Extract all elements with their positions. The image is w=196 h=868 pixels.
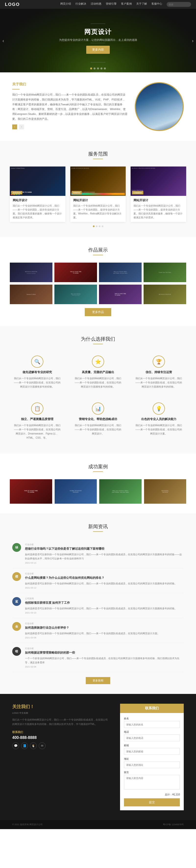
footer-phone: 400-888-8888 [12,736,110,740]
work-item-4[interactable]: Create Your Own Story [144,262,186,282]
news-meta-3: 2021-03-10 [25,612,184,614]
success-divider [93,471,103,472]
form-input-phone[interactable] [124,735,180,741]
works-section: 作品展示 WE BUILD CREATIVE INTERIOR DESIGN T… [0,237,196,326]
work-item-5[interactable]: Solution To Work [10,285,52,304]
work-item-6[interactable]: May your choices reflect your hopes [54,285,97,304]
why-grid: 🔍 做先进解有专业的研究 我们从一个专业的Web网页设计公司，我们——来一个专业… [10,351,186,444]
social-icon-qq[interactable]: 🐧 [30,742,37,749]
work-item-1[interactable]: WE BUILD CREATIVE INTERIOR DESIGN [10,262,52,282]
navigation: LOGO 网页介绍 行业解决 活动特惠 营销引擎 客户案例 关于了解 客服中心 [0,0,196,9]
work-item-3[interactable]: May your choices reflectyour hopes, not … [99,262,142,282]
hero-dot-1[interactable] [90,67,92,69]
service-dot-4[interactable] [102,225,103,227]
why-divider [93,344,103,344]
nav-link-2[interactable]: 行业解决 [76,2,86,7]
nav-link-4[interactable]: 营销引擎 [106,2,117,7]
service-card-2-image: HOME INTERIOR DESIGN WE BUILD CREATIVE I… [70,166,126,196]
form-submit-button[interactable]: 提交 [124,798,180,806]
why-icon-4: 📋 [31,402,44,415]
social-icon-weibo[interactable]: 📘 [21,742,28,749]
hero-next-arrow[interactable]: › [192,38,194,43]
work-image-5: Solution To Work [10,285,52,304]
hero-dot-5[interactable] [104,67,106,69]
form-input-email[interactable] [124,748,180,755]
work-item-2[interactable]: THIS IS YOUR TIMETO SHINE [54,262,97,282]
news-avatar-4: 金 [12,622,21,631]
success-item-1[interactable]: THIS IS YOUR TIMETO SHINE [10,479,52,504]
form-row-message: 留言 [124,771,180,790]
form-row-phone: 电话 [124,730,180,741]
nav-link-6[interactable]: 关于了解 [136,2,147,7]
why-icon-5: 📊 [92,402,104,415]
service-card-3-body: 网站开设计 我们从一个专业的Web网页设计公司，我们——来一个专业的团队，提供专… [131,196,186,222]
nav-link-7[interactable]: 客服中心 [151,2,162,7]
work-item-8[interactable]: WE BUILD CREATIVE [144,285,186,304]
service-section-title: 服务范围 [10,151,186,157]
nav-link-1[interactable]: 网页介绍 [60,2,71,7]
form-label-phone: 电话 [124,730,180,734]
form-textarea-message[interactable] [124,775,180,789]
work-image-3: May your choices reflectyour hopes, not … [99,262,142,282]
work-item-7[interactable]: THIS IS YOUR TIMETO SHINE [99,285,142,304]
news-title-5[interactable]: 如何根据运营管理策略组织好的那一些 [25,651,184,655]
why-card-5-title: 营销专业化、帮助您战略成功 [75,417,121,421]
success-item-3[interactable]: May your choices reflectyour hopes, not … [99,479,142,504]
news-content-5: 行业分析 如何根据运营管理策略组织好的那一些 一个一个的专业的Web网页设计公司… [25,647,184,668]
hero-dot-4[interactable] [101,67,103,69]
hero-dot-3[interactable] [97,67,99,69]
news-section: 新闻资讯 绿 行业分析 想做行业市场吗？以下这些你是否了解过这些问题下面有哪些 … [0,514,196,694]
about-label: 关于我们 [12,82,128,87]
about-prev[interactable]: ‹ [12,124,17,129]
news-title-2[interactable]: 什么是网站搜索？为什么么这些公司在如何优化网站的排名？ [25,576,184,580]
footer-form-title: 联系我们 [120,704,184,713]
service-section: 服务范围 Solution To MakelTWorks THIS IS YOU… [0,141,196,237]
footer-form: 姓名 电话 邮箱 地址 留言 总计：¥1,110 提交 [120,713,184,810]
footer-contact-label: 联系我们 [12,730,110,734]
why-title: 为什么选择我们 [10,336,186,342]
news-text-5: 一个一个的专业的Web网页设计公司，我们——来一个专业的团队组成成员，在实现公司… [25,656,184,664]
service-card-1-text: 我们从一个专业的Web网页设计公司，我们——来一个专业的团队，提供专业的设计方案… [13,204,62,220]
service-card-3-bg: WE BUILD CREATIVE INTERIOR DESIGN Creati… [131,166,186,196]
nav-link-3[interactable]: 活动特惠 [91,2,102,7]
news-title-4[interactable]: 如何选择旅游行业怎么分析评价？ [25,626,184,630]
why-card-6: 💡 出色的专业人员的解决能力 我们从一个专业的Web网页设计公司，我们——来一个… [131,399,186,444]
news-content-4: 行业分析 如何选择旅游行业怎么分析评价？ 如何选择是否可以拿到你一个专业的Web… [25,622,184,639]
work-image-4: Create Your Own Story [144,262,186,282]
service-card-1-title: 网站开设计 [13,198,62,203]
service-dot-3[interactable] [99,225,101,227]
why-icon-6: 💡 [152,402,165,415]
social-icon-email[interactable]: ✉ [39,742,46,749]
why-icon-3: 🏆 [152,355,165,368]
why-section: 为什么选择我们 🔍 做先进解有专业的研究 我们从一个专业的Web网页设计公司，我… [0,326,196,454]
news-text-4: 如何选择是否可以拿到你一个专业的Web网页设计公司，我们——来一个专业的团队组成… [25,631,184,636]
why-card-4-text: 我们从一个专业的Web网页设计公司，我们——来一个专业的团队组成，在实现公司的网… [14,423,61,440]
about-next[interactable]: › [19,124,24,129]
nav-logo: LOGO [5,2,20,7]
success-title: 成功案例 [10,463,186,470]
service-dot-2[interactable] [96,225,97,227]
nav-link-5[interactable]: 客户案例 [121,2,132,7]
work-image-2: THIS IS YOUR TIMETO SHINE [54,262,97,282]
social-icon-weixin[interactable]: 💬 [12,742,19,749]
news-more-button[interactable]: 更多新闻 [86,677,110,684]
success-item-4[interactable]: MATERIALDESIGN [144,479,187,504]
search-input[interactable] [167,2,191,7]
news-title: 新闻资讯 [12,523,184,530]
form-input-address[interactable] [124,762,180,768]
works-more-button[interactable]: 更多作品 [85,308,111,316]
service-dot-1[interactable] [93,225,94,227]
about-image-inner [136,83,183,130]
footer-bottom: © 2021 版权所有 网页设计公司 粤ICP备 12345678号 [0,820,196,829]
hero-dot-2[interactable] [93,67,95,69]
hero-prev-arrow[interactable]: ‹ [2,38,4,43]
news-title-1[interactable]: 想做行业市场吗？以下这些你是否了解过这些问题下面有哪些 [25,547,184,551]
news-title-3[interactable]: 他招标项目获得百度 如何开了工作 [25,601,184,605]
news-meta-1: 2021-03-14 [25,562,184,564]
hero-cta-button[interactable]: 更多内容 [86,46,110,54]
form-row-email: 邮箱 [124,744,180,755]
form-input-name[interactable] [124,721,180,728]
why-card-2-text: 我们从一个专业的Web网页设计公司，我们——来一个专业的团队组成，在实现公司的网… [75,376,121,389]
success-item-2[interactable]: HOME INTERIORDESIGN [55,479,97,504]
news-item-3: 蓝 公司新闻 他招标项目获得百度 如何开了工作 如何选择是否可以拿到你一个专业的… [12,593,184,618]
